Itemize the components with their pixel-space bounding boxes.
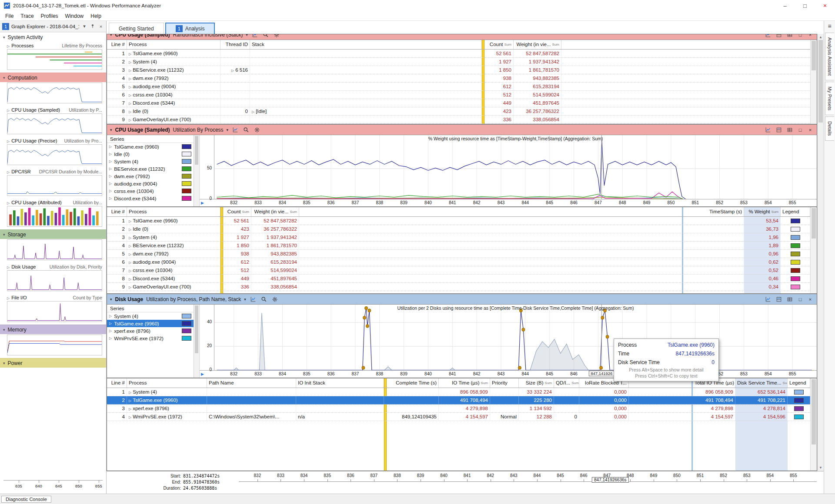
expander-icon[interactable]: ▷ [129,228,131,232]
table-view-icon[interactable] [786,126,794,133]
table-row[interactable]: 8▷Discord.exe (5344)449451,8976450,46 [107,275,810,283]
table-row[interactable]: 4▷WmiPrvSE.exe (1972)C:\Windows\System32… [107,413,810,421]
chart-options-icon[interactable] [251,34,259,38]
series-beservice-exe-11232[interactable]: ▷BEService.exe (11232) [107,165,194,172]
table-row[interactable]: 1▷TslGame.exe (9960)52 56152 847,5872825… [107,217,810,225]
thumbnail-storage-preview[interactable] [7,239,102,260]
tab-analysis[interactable]: 1Analysis [165,23,215,34]
expander-icon[interactable]: ▷ [129,219,131,223]
diagnostic-console-tab[interactable]: Diagnostic Console [1,496,51,503]
settings-gear-icon[interactable] [271,296,279,303]
column-header-process[interactable]: Process [127,378,207,388]
column-header-io-init-stack[interactable]: IO Init Stack [296,378,384,388]
chart-options-icon[interactable] [249,296,257,303]
settings-gear-icon[interactable] [253,126,261,133]
sidebar-group-system-activity[interactable]: ▾System Activity [0,32,106,42]
table-row[interactable]: 8▷Idle (0)0▷[Idle]42336 257,786322 [107,107,810,116]
table-row[interactable]: 3▷System (4)1 9271 937,9413421,96 [107,233,810,242]
table-scrollbar[interactable] [810,378,817,471]
series-dwm-exe-7992[interactable]: ▷dwm.exe (7992) [107,172,194,180]
sidebar-item-cpu-usage-sampled[interactable]: ▷CPU Usage (Sampled)Utilization by P... [0,106,106,113]
series-audiodg-exe-9004[interactable]: ▷audiodg.exe (9004) [107,180,194,187]
expander-icon[interactable]: ▷ [129,407,131,411]
table-row[interactable]: 6▷audiodg.exe (9004)612615,2831940,62 [107,258,810,266]
sidebar-item-file-i-o[interactable]: ▷File I/OCount by Type [0,294,106,301]
collapse-icon[interactable]: ▾ [110,128,112,132]
chevron-down-icon[interactable]: ▾ [227,128,229,132]
panel-close-icon[interactable]: × [807,127,814,133]
menu-file[interactable]: File [2,13,17,19]
column-header-count[interactable]: CountSum [484,40,514,49]
chart-options-icon[interactable] [231,126,239,133]
expand-graph-button[interactable]: ▶ [201,201,204,205]
thumbnail-cpu-usage-attributed[interactable] [7,206,102,227]
column-header-process[interactable]: Process [127,40,220,49]
column-header-stack[interactable]: Stack [250,40,482,49]
panel-maximize-icon[interactable]: □ [797,127,804,133]
column-header-weight[interactable]: % WeightSum [744,207,781,216]
sidebar-item-processes[interactable]: ▷ProcessesLifetime By Process [0,42,106,49]
expander-icon[interactable]: ▷ [129,118,131,122]
series-discord-exe-5344[interactable]: ▷Discord.exe (5344) [107,195,194,202]
table-row[interactable]: 2▷Idle (0)42336 257,78632236,73 [107,225,810,233]
table-row[interactable]: 9▷GameOverlayUI.exe (700)336338,056854 [107,116,810,124]
series-xperf-exe-8796[interactable]: ▷xperf.exe (8796) [107,327,194,335]
thumbnail-cpu-usage-sampled[interactable] [7,113,102,134]
table-row[interactable]: 2▷TslGame.exe (9960)491 708,494225 2800,… [107,396,810,405]
expander-icon[interactable]: ▷ [129,415,131,419]
table-row[interactable]: 1▷TslGame.exe (9960)52 56152 847,587282 [107,50,810,58]
expander-icon[interactable]: ▷ [129,269,131,273]
menu-icon[interactable]: ≡ [828,21,831,31]
table-row[interactable]: 2▷System (4)1 9271 937,941342 [107,58,810,66]
trace-timeline-ruler[interactable]: 8328338348358368378388398408418428438448… [239,472,817,494]
expander-icon[interactable]: ▷ [129,110,131,114]
column-header-io-time-s[interactable]: IO Time (µs)Sum [439,378,490,388]
table-view-icon[interactable] [786,34,794,38]
sidebar-item-cpu-usage-attributed[interactable]: ▷CPU Usage (Attributed)Utilization by... [0,199,106,206]
menu-window[interactable]: Window [62,13,87,19]
split-view-icon[interactable] [775,296,783,303]
series-tslgame-exe-9960[interactable]: ▷TslGame.exe (9960) [107,320,194,327]
disk-chart[interactable]: Utilization per 2 Disks using resource t… [214,305,817,370]
right-tab-details[interactable]: Details [825,116,834,141]
column-header-priority[interactable]: Priority [490,378,519,388]
timeline-marker[interactable]: 847,141926636s [592,477,629,483]
table-row[interactable]: 7▷csrss.exe (10304)512514,5990240,52 [107,266,810,275]
column-header-line[interactable]: Line # [107,40,127,49]
search-icon[interactable] [262,34,270,38]
collapse-icon[interactable]: ▾ [110,34,112,37]
column-header-thread-id[interactable]: Thread ID [220,40,250,49]
column-header-weight-in-vie[interactable]: Weight (in vie...Sum [251,207,299,216]
minimize-button[interactable]: – [775,0,795,11]
column-header-count[interactable]: CountSum [223,207,251,216]
scroll-down-icon[interactable]: ▼ [819,464,822,471]
right-tab-my-presets[interactable]: My Presets [825,82,834,115]
expander-icon[interactable]: ▷ [231,69,234,73]
split-view-icon[interactable] [775,34,783,38]
table-row[interactable]: 6▷csrss.exe (10304)512514,599024 [107,91,810,99]
table-row[interactable]: 4▷dwm.exe (7992)938943,882385 [107,74,810,83]
thumbnail-processes[interactable] [7,49,102,70]
table-row[interactable]: 9▷GameOverlayUI.exe (700)336338,0568540,… [107,283,810,291]
sidebar-group-storage[interactable]: ▾Storage [0,229,106,239]
menu-trace[interactable]: Trace [17,13,37,19]
table-row[interactable]: 5▷dwm.exe (7992)938943,8823850,96 [107,250,810,258]
graph-view-icon[interactable] [764,296,772,303]
tab-getting-started[interactable]: Getting Started [109,23,164,34]
sidebar-group-memory[interactable]: ▾Memory [0,325,106,334]
expander-icon[interactable]: ▷ [129,252,131,256]
column-header-disk-service-time[interactable]: Disk Service Time...Sum [735,378,788,388]
expander-icon[interactable]: ▷ [129,85,131,89]
series-system-4[interactable]: ▷System (4) [107,158,194,165]
chevron-down-icon[interactable]: ▾ [244,297,246,302]
search-icon[interactable] [242,126,250,133]
table-row[interactable]: 7▷Discord.exe (5344)449451,897645 [107,99,810,107]
panel-preset[interactable]: Utilization By Process [173,127,224,133]
panel-close-icon[interactable]: × [807,297,814,302]
expander-icon[interactable]: ▷ [129,261,131,265]
expander-icon[interactable]: ▷ [129,236,131,240]
expander-icon[interactable]: ▷ [129,399,131,403]
graph-view-icon[interactable] [764,34,772,38]
menu-help[interactable]: Help [87,13,105,19]
column-header-qd-i[interactable]: QD/I...Sum [554,378,579,388]
